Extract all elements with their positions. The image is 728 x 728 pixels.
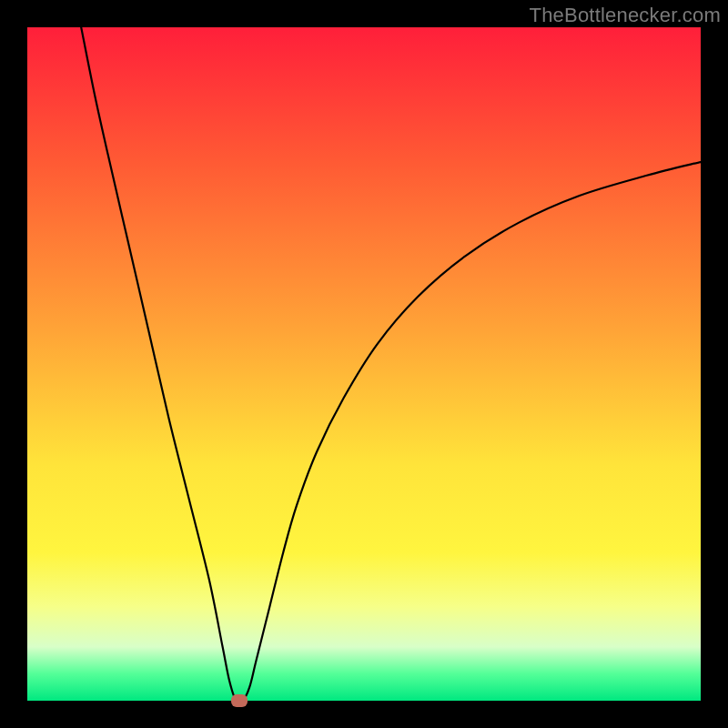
- optimum-marker: [231, 694, 248, 707]
- attribution-label: TheBottlenecker.com: [530, 4, 721, 27]
- curve-path: [81, 27, 701, 701]
- chart-frame: TheBottlenecker.com: [0, 0, 728, 728]
- bottleneck-curve: [27, 27, 701, 701]
- plot-area: [27, 27, 701, 701]
